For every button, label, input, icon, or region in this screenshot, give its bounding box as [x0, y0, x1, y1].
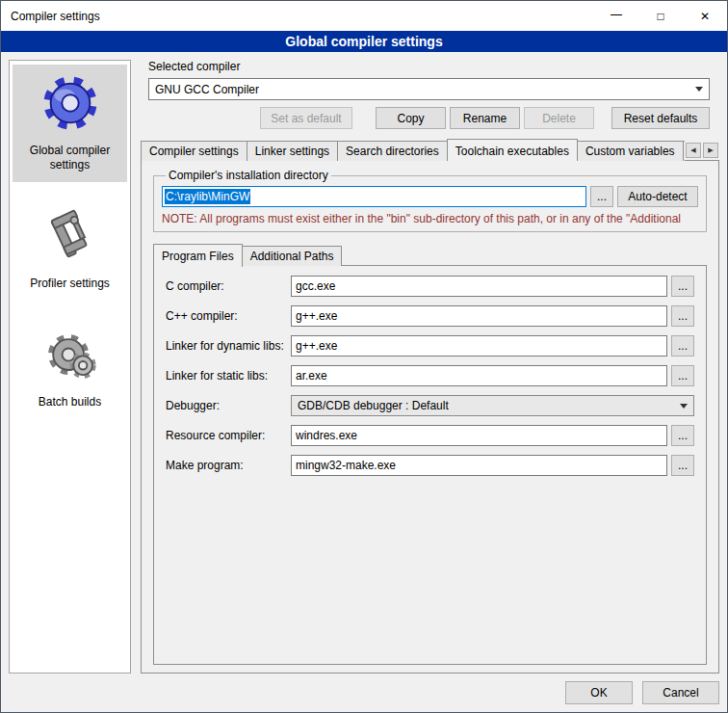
blue-gear-icon — [39, 72, 101, 134]
static-linker-label: Linker for static libs: — [166, 369, 287, 383]
form-row-debugger: Debugger: GDB/CDB debugger : Default — [166, 395, 694, 416]
cpp-compiler-input[interactable] — [291, 305, 667, 327]
settings-tabbar: Compiler settings Linker settings Search… — [141, 138, 719, 161]
note-text: NOTE: All programs must exist either in … — [162, 212, 698, 225]
maximize-button[interactable]: □ — [638, 1, 683, 31]
toolchain-executables-panel: Compiler's installation directory C:\ray… — [141, 160, 719, 673]
set-as-default-button[interactable]: Set as default — [260, 107, 352, 129]
main-panel: Selected compiler GNU GCC Compiler Set a… — [141, 60, 719, 673]
program-files-panel: C compiler: ... C++ compiler: ... Linker… — [153, 265, 707, 665]
form-row-c-compiler: C compiler: ... — [166, 276, 694, 297]
program-tabbar: Program Files Additional Paths — [153, 244, 707, 266]
close-icon: ✕ — [700, 10, 710, 23]
profiler-tool-icon — [39, 205, 101, 267]
debugger-label: Debugger: — [166, 399, 287, 412]
chevron-down-icon — [695, 87, 703, 92]
titlebar: Compiler settings — □ ✕ — [1, 1, 727, 31]
c-compiler-input[interactable] — [291, 276, 667, 297]
chevron-down-icon — [680, 404, 688, 409]
compiler-actions: Set as default Copy Rename Delete Reset … — [148, 107, 710, 129]
tab-custom-variables[interactable]: Custom variables — [577, 141, 684, 161]
form-row-cpp-compiler: C++ compiler: ... — [166, 305, 694, 327]
tab-build-options[interactable]: Buil — [683, 141, 685, 161]
reset-defaults-button[interactable]: Reset defaults — [611, 107, 710, 129]
compiler-settings-window: Compiler settings — □ ✕ Global compiler … — [0, 0, 728, 713]
delete-button[interactable]: Delete — [524, 107, 594, 129]
form-row-resource-compiler: Resource compiler: ... — [166, 425, 694, 446]
copy-button[interactable]: Copy — [376, 107, 446, 129]
sidebar-item-label: Profiler settings — [30, 277, 110, 291]
arrow-left-icon: ◀ — [690, 146, 695, 154]
tab-scroll-left-button[interactable]: ◀ — [686, 143, 701, 158]
static-linker-input[interactable] — [291, 365, 667, 386]
sidebar-item-profiler-settings[interactable]: Profiler settings — [13, 198, 127, 301]
c-compiler-label: C compiler: — [166, 279, 287, 293]
static-linker-browse-button[interactable]: ... — [671, 365, 694, 386]
close-button[interactable]: ✕ — [683, 1, 727, 31]
window-controls: — □ ✕ — [594, 1, 727, 31]
selected-compiler-dropdown[interactable]: GNU GCC Compiler — [148, 78, 710, 100]
cpp-compiler-browse-button[interactable]: ... — [671, 305, 694, 327]
sidebar-item-label: Global compiler settings — [14, 144, 125, 172]
make-program-label: Make program: — [166, 459, 287, 472]
dynamic-linker-browse-button[interactable]: ... — [671, 335, 694, 356]
minimize-button[interactable]: — — [594, 1, 638, 31]
form-row-make-program: Make program: ... — [166, 455, 694, 476]
gray-gears-icon — [39, 324, 101, 385]
arrow-right-icon: ▶ — [708, 146, 713, 154]
selected-compiler-label: Selected compiler — [148, 60, 719, 73]
minimize-icon: — — [611, 8, 622, 21]
tab-scroll-right-button[interactable]: ▶ — [703, 143, 718, 158]
tab-program-files[interactable]: Program Files — [153, 244, 243, 267]
form-row-static-linker: Linker for static libs: ... — [166, 365, 694, 386]
installation-directory-group: Compiler's installation directory C:\ray… — [153, 169, 707, 232]
debugger-value: GDB/CDB debugger : Default — [298, 399, 674, 412]
form-row-dynamic-linker: Linker for dynamic libs: ... — [166, 335, 694, 356]
dialog-footer: OK Cancel — [9, 673, 719, 704]
auto-detect-button[interactable]: Auto-detect — [617, 186, 698, 207]
tabs-strip: Compiler settings Linker settings Search… — [141, 138, 685, 161]
resource-compiler-label: Resource compiler: — [166, 429, 287, 442]
cpp-compiler-label: C++ compiler: — [166, 309, 287, 323]
installation-directory-value: C:\raylib\MinGW — [165, 189, 250, 204]
installation-directory-label: Compiler's installation directory — [166, 169, 331, 182]
debugger-select[interactable]: GDB/CDB debugger : Default — [291, 395, 694, 416]
rename-button[interactable]: Rename — [450, 107, 520, 129]
selected-compiler-value: GNU GCC Compiler — [155, 83, 689, 96]
tab-toolchain-executables[interactable]: Toolchain executables — [447, 139, 578, 161]
make-program-browse-button[interactable]: ... — [671, 455, 694, 476]
resource-compiler-browse-button[interactable]: ... — [671, 425, 694, 446]
window-title: Compiler settings — [1, 10, 594, 23]
browse-directory-button[interactable]: ... — [590, 186, 613, 207]
sidebar-item-label: Batch builds — [39, 395, 101, 409]
installation-directory-input[interactable]: C:\raylib\MinGW — [162, 186, 586, 207]
dynamic-linker-label: Linker for dynamic libs: — [166, 339, 287, 353]
banner-title: Global compiler settings — [285, 34, 442, 49]
tab-search-directories[interactable]: Search directories — [337, 141, 448, 161]
ok-button[interactable]: OK — [565, 681, 633, 704]
tab-linker-settings[interactable]: Linker settings — [247, 141, 338, 161]
maximize-icon: □ — [657, 10, 663, 23]
sidebar-item-batch-builds[interactable]: Batch builds — [13, 316, 127, 419]
banner: Global compiler settings — [1, 31, 727, 52]
sidebar: Global compiler settings — [9, 60, 131, 673]
tab-additional-paths[interactable]: Additional Paths — [242, 246, 343, 266]
tab-scroll-controls: ◀ ▶ — [686, 143, 718, 158]
tab-compiler-settings[interactable]: Compiler settings — [141, 141, 247, 161]
c-compiler-browse-button[interactable]: ... — [671, 276, 694, 297]
resource-compiler-input[interactable] — [291, 425, 667, 446]
cancel-button[interactable]: Cancel — [642, 681, 719, 704]
dynamic-linker-input[interactable] — [291, 335, 667, 356]
sidebar-item-global-compiler-settings[interactable]: Global compiler settings — [13, 65, 127, 182]
make-program-input[interactable] — [291, 455, 667, 476]
